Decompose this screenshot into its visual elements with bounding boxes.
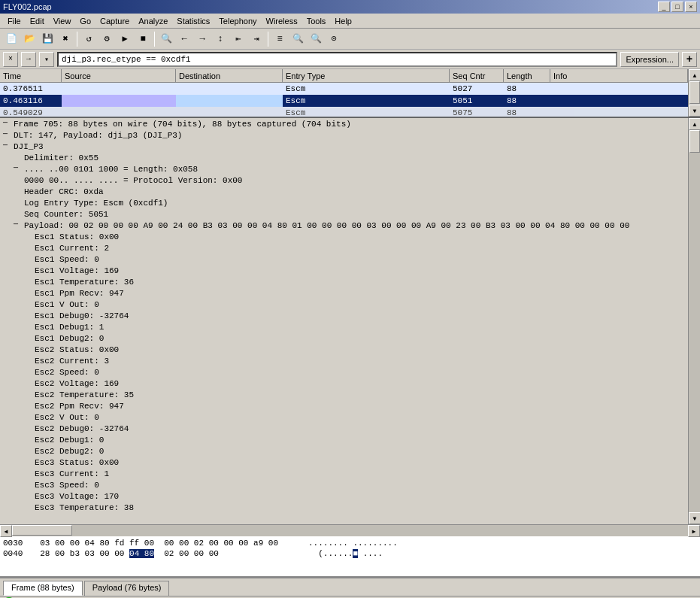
detail-line[interactable]: Esc1 V Out: 0 <box>0 299 688 310</box>
menu-view[interactable]: View <box>49 14 76 29</box>
reload-button[interactable]: ↺ <box>80 31 97 47</box>
detail-line[interactable]: Esc2 Voltage: 169 <box>0 378 688 389</box>
detail-line[interactable]: Esc2 Current: 3 <box>0 355 688 366</box>
go-to-button[interactable]: ↕ <box>212 31 229 47</box>
detail-hscroll-right[interactable]: ▶ <box>688 525 700 537</box>
detail-scroll-down[interactable]: ▼ <box>689 512 700 524</box>
packet-row[interactable]: 0.376511 Escm 5027 88 <box>0 83 688 95</box>
detail-line[interactable]: ─ DLT: 147, Payload: dji_p3 (DJI_P3) <box>0 129 688 141</box>
detail-line[interactable]: Esc2 V Out: 0 <box>0 411 688 423</box>
detail-line[interactable]: Esc3 Speed: 0 <box>0 479 688 490</box>
start-capture-button[interactable]: ▶ <box>117 31 133 47</box>
scroll-track[interactable] <box>689 81 700 105</box>
detail-line[interactable]: Esc3 Voltage: 170 <box>0 490 688 502</box>
detail-panel-scrollbar[interactable]: ▲ ▼ <box>688 118 700 524</box>
filter-x-button[interactable]: × <box>3 52 18 67</box>
first-button[interactable]: ⇤ <box>230 31 247 47</box>
filter-dropdown-button[interactable]: ▾ <box>39 52 54 67</box>
detail-line[interactable]: Esc3 Temperature: 38 <box>0 502 688 513</box>
menu-tools[interactable]: Tools <box>302 14 331 29</box>
stop-capture-button[interactable]: ■ <box>135 31 151 47</box>
tab-payload[interactable]: Payload (76 bytes) <box>84 581 170 596</box>
detail-line[interactable]: Esc1 Voltage: 169 <box>0 265 688 276</box>
detail-line[interactable]: Esc2 Ppm Recv: 947 <box>0 400 688 411</box>
col-time[interactable]: Time <box>0 69 62 83</box>
capture-options-button[interactable]: ⚙ <box>98 31 115 47</box>
scroll-up-arrow[interactable]: ▲ <box>689 69 700 81</box>
detail-line[interactable]: Esc1 Status: 0x00 <box>0 231 688 242</box>
menu-file[interactable]: File <box>3 14 26 29</box>
detail-line[interactable]: Esc1 Temperature: 36 <box>0 276 688 287</box>
menu-help[interactable]: Help <box>330 14 356 29</box>
detail-line[interactable]: ─ .... ..00 0101 1000 = Length: 0x058 <box>0 163 688 175</box>
close-file-button[interactable]: ✖ <box>57 31 74 47</box>
save-button[interactable]: 💾 <box>39 31 56 47</box>
detail-line[interactable]: Esc1 Ppm Recv: 947 <box>0 287 688 299</box>
detail-line[interactable]: Esc1 Debug0: -32764 <box>0 310 688 321</box>
detail-scroll-up[interactable]: ▲ <box>689 118 700 130</box>
detail-line[interactable]: Esc2 Status: 0x00 <box>0 344 688 355</box>
go-forward-button[interactable]: → <box>194 31 211 47</box>
detail-line[interactable]: Seq Counter: 5051 <box>0 208 688 220</box>
detail-line[interactable]: Esc2 Debug1: 0 <box>0 434 688 445</box>
col-length[interactable]: Length <box>504 69 550 83</box>
menu-wireless[interactable]: Wireless <box>262 14 302 29</box>
last-button[interactable]: ⇥ <box>248 31 265 47</box>
detail-line[interactable]: Esc3 Current: 1 <box>0 468 688 479</box>
expand-icon[interactable]: ─ <box>3 141 14 152</box>
detail-scroll-track[interactable] <box>689 130 700 512</box>
close-button[interactable]: × <box>685 2 697 12</box>
add-filter-button[interactable]: + <box>682 52 697 67</box>
detail-line[interactable]: Header CRC: 0xda <box>0 186 688 197</box>
detail-hscroll-track[interactable] <box>12 525 688 536</box>
expand-icon[interactable]: ─ <box>14 164 24 175</box>
menu-statistics[interactable]: Statistics <box>172 14 214 29</box>
expression-button[interactable]: Expression... <box>620 52 679 67</box>
filter-arrow-button[interactable]: → <box>21 52 36 67</box>
scroll-down-arrow[interactable]: ▼ <box>689 105 700 117</box>
expand-icon[interactable]: ─ <box>14 220 24 231</box>
maximize-button[interactable]: □ <box>671 2 683 12</box>
detail-line[interactable]: Esc2 Temperature: 35 <box>0 389 688 400</box>
packet-row[interactable]: 0.463116 Escm 5051 88 <box>0 95 688 107</box>
open-button[interactable]: 📂 <box>21 31 38 47</box>
go-back-button[interactable]: ← <box>176 31 192 47</box>
detail-line[interactable]: Esc1 Speed: 0 <box>0 253 688 265</box>
detail-line[interactable]: 0000 00.. .... .... = Protocol Version: … <box>0 175 688 186</box>
detail-line[interactable]: Esc2 Debug0: -32764 <box>0 423 688 434</box>
packet-list-scrollbar[interactable]: ▲ ▼ <box>688 69 700 117</box>
menu-capture[interactable]: Capture <box>95 14 134 29</box>
menu-telephony[interactable]: Telephony <box>214 14 261 29</box>
minimize-button[interactable]: _ <box>658 2 670 12</box>
colorize-button[interactable]: ≡ <box>271 31 288 47</box>
zoom-reset-button[interactable]: ⊙ <box>326 31 342 47</box>
detail-panel[interactable]: ─ Frame 705: 88 bytes on wire (704 bits)… <box>0 118 688 524</box>
detail-hscrollbar[interactable]: ◀ ▶ <box>0 524 700 536</box>
detail-line[interactable]: Esc3 Status: 0x00 <box>0 457 688 468</box>
find-button[interactable]: 🔍 <box>158 31 174 47</box>
detail-line[interactable]: ─ Frame 705: 88 bytes on wire (704 bits)… <box>0 118 688 129</box>
packet-row[interactable]: 0.549029 Escm 5075 88 <box>0 107 688 117</box>
menu-go[interactable]: Go <box>75 14 95 29</box>
col-destination[interactable]: Destination <box>176 69 283 83</box>
detail-hscroll-left[interactable]: ◀ <box>0 525 12 537</box>
detail-line[interactable]: Log Entry Type: Escm (0xcdf1) <box>0 197 688 208</box>
col-info[interactable]: Info <box>550 69 688 83</box>
detail-line[interactable]: Esc1 Current: 2 <box>0 242 688 253</box>
col-seq-cntr[interactable]: Seq Cntr <box>450 69 504 83</box>
expand-icon[interactable]: ─ <box>3 130 14 141</box>
detail-line[interactable]: Esc2 Debug2: 0 <box>0 445 688 457</box>
menu-analyze[interactable]: Analyze <box>134 14 172 29</box>
expand-icon[interactable]: ─ <box>3 119 14 129</box>
new-button[interactable]: 📄 <box>3 31 20 47</box>
col-entry-type[interactable]: Entry Type <box>283 69 450 83</box>
zoom-out-button[interactable]: 🔍 <box>308 31 324 47</box>
menu-edit[interactable]: Edit <box>26 14 49 29</box>
detail-line[interactable]: Esc1 Debug2: 0 <box>0 332 688 344</box>
detail-line[interactable]: Esc2 Speed: 0 <box>0 366 688 378</box>
zoom-in-button[interactable]: 🔍 <box>289 31 306 47</box>
detail-line[interactable]: ─ Payload: 00 02 00 00 00 A9 00 24 00 B3… <box>0 220 688 231</box>
filter-input[interactable]: dji_p3.rec_etype == 0xcdf1 <box>57 52 617 67</box>
col-source[interactable]: Source <box>62 69 176 83</box>
tab-frame[interactable]: Frame (88 bytes) <box>3 581 83 596</box>
